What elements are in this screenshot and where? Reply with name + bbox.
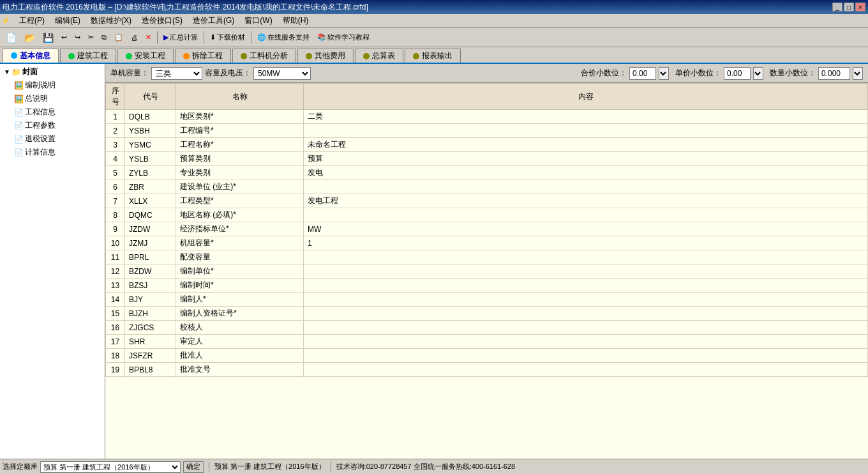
tab-basic-info[interactable]: 基本信息 xyxy=(3,49,59,63)
table-row[interactable]: 14BJY编制人* xyxy=(106,293,868,307)
table-row[interactable]: 5ZYLB专业类别发电 xyxy=(106,166,868,180)
tab-other-fees[interactable]: 其他费用 xyxy=(297,49,354,63)
cell-seq-9: 10 xyxy=(106,236,125,250)
undo-button[interactable]: ↩ xyxy=(58,30,70,45)
cell-content-14[interactable] xyxy=(304,307,868,321)
redo-button[interactable]: ↪ xyxy=(71,30,84,45)
print-button[interactable]: 🖨 xyxy=(128,30,141,45)
tab-demolish[interactable]: 拆除工程 xyxy=(175,49,231,63)
table-row[interactable]: 19BPBL8批准文号 xyxy=(106,363,868,377)
table-row[interactable]: 8DQMC地区名称 (必填)* xyxy=(106,208,868,222)
sidebar-item-gongchengxinxi[interactable]: 📄 工程信息 xyxy=(1,105,103,119)
table-row[interactable]: 1DQLB地区类别*二类 xyxy=(106,110,868,124)
cell-code-13: BJY xyxy=(125,293,176,307)
cell-content-11[interactable] xyxy=(304,264,868,279)
sidebar-item-jisuanxinxi[interactable]: 📄 计算信息 xyxy=(1,146,103,159)
cell-seq-5: 6 xyxy=(106,180,125,194)
tab-install[interactable]: 安装工程 xyxy=(117,49,174,63)
cell-content-15[interactable] xyxy=(304,321,868,335)
table-row[interactable]: 9JZDW经济指标单位*MW xyxy=(106,222,868,236)
menu-cost-tool[interactable]: 造价工具(G) xyxy=(188,14,239,27)
table-row[interactable]: 7XLLX工程类型*发电工程 xyxy=(106,194,868,208)
minimize-button[interactable]: _ xyxy=(832,3,842,11)
menu-data-maintain[interactable]: 数据维护(X) xyxy=(86,14,137,27)
cell-content-16[interactable] xyxy=(304,335,868,349)
tab-icon-building xyxy=(68,53,75,59)
tab-labor-analysis[interactable]: 工料机分析 xyxy=(232,49,296,63)
cell-content-2[interactable]: 未命名工程 xyxy=(304,138,868,152)
total-decimal-arrow[interactable]: ▾ xyxy=(659,67,669,80)
status-confirm-button[interactable]: 确定 xyxy=(183,461,204,473)
tab-building[interactable]: 建筑工程 xyxy=(60,49,116,63)
delete-button[interactable]: ✕ xyxy=(142,30,154,45)
decimal-settings: 合价小数位： 0.00 ▾ 单价小数位： 0.00 ▾ 数量小数位： 0.000… xyxy=(581,67,863,80)
online-support-button[interactable]: 🌐 在线服务支持 xyxy=(254,30,313,45)
cell-content-17[interactable] xyxy=(304,349,868,363)
cell-content-9[interactable]: 1 xyxy=(304,236,868,250)
paste-button[interactable]: 📋 xyxy=(111,30,126,45)
cell-seq-15: 16 xyxy=(106,321,125,335)
table-row[interactable]: 16ZJGCS校核人 xyxy=(106,321,868,335)
table-row[interactable]: 12BZDW编制单位* xyxy=(106,264,868,279)
new-button[interactable]: 📄 xyxy=(3,30,20,45)
unit-decimal-input[interactable]: 0.00 xyxy=(724,67,751,80)
cell-content-10[interactable] xyxy=(304,250,868,264)
copy-button[interactable]: ⧉ xyxy=(98,30,110,45)
table-row[interactable]: 13BZSJ编制时间* xyxy=(106,279,868,293)
cell-content-8[interactable]: MW xyxy=(304,222,868,236)
table-row[interactable]: 15BJZH编制人资格证号* xyxy=(106,307,868,321)
menu-help[interactable]: 帮助(H) xyxy=(278,14,314,27)
unit-decimal-arrow[interactable]: ▾ xyxy=(753,67,763,80)
sidebar-item-gongchengcanshu[interactable]: 📄 工程参数 xyxy=(1,119,103,132)
tab-total-table[interactable]: 总算表 xyxy=(355,49,403,63)
sidebar-item-tuishuishezhi[interactable]: 📄 退税设置 xyxy=(1,132,103,146)
capacity-select[interactable]: 三类 一类 二类 四类 xyxy=(151,67,202,80)
table-row[interactable]: 6ZBR建设单位 (业主)* xyxy=(106,180,868,194)
table-row[interactable]: 17SHR审定人 xyxy=(106,335,868,349)
maximize-button[interactable]: □ xyxy=(844,3,854,11)
tab-report-output[interactable]: 报表输出 xyxy=(405,49,461,63)
statusbar: 选择定额库 预算 第一册 建筑工程（2016年版） 确定 预算 第一册 建筑工程… xyxy=(0,459,868,474)
summary-calc-button[interactable]: ▶ 汇总计算 xyxy=(160,30,201,45)
table-row[interactable]: 4YSLB预算类别预算 xyxy=(106,152,868,166)
total-decimal-input[interactable]: 0.00 xyxy=(629,67,656,80)
cell-content-1[interactable] xyxy=(304,124,868,138)
cell-code-4: ZYLB xyxy=(125,166,176,180)
cell-content-6[interactable]: 发电工程 xyxy=(304,194,868,208)
window-controls[interactable]: _ □ × xyxy=(832,3,865,11)
close-button[interactable]: × xyxy=(855,3,865,11)
cell-content-13[interactable] xyxy=(304,293,868,307)
sidebar-item-zongshuoming[interactable]: 🖼️ 总说明 xyxy=(1,92,103,105)
qty-decimal-label: 数量小数位： xyxy=(770,68,816,79)
save-button[interactable]: 💾 xyxy=(40,30,57,45)
cut-button[interactable]: ✂ xyxy=(85,30,97,45)
qty-decimal-input[interactable]: 0.000 xyxy=(818,67,850,80)
voltage-select[interactable]: 50MW 100MW 200MW xyxy=(253,67,311,80)
table-row[interactable]: 18JSFZR批准人 xyxy=(106,349,868,363)
table-row[interactable]: 10JZMJ机组容量*1 xyxy=(106,236,868,250)
learn-software-button[interactable]: 📚 软件学习教程 xyxy=(314,30,373,45)
cell-content-18[interactable] xyxy=(304,363,868,377)
cell-content-3[interactable]: 预算 xyxy=(304,152,868,166)
menu-project[interactable]: 工程(P) xyxy=(14,14,50,27)
qty-decimal-arrow[interactable]: ▾ xyxy=(853,67,863,80)
menu-edit[interactable]: 编辑(E) xyxy=(50,14,86,27)
table-row[interactable]: 11BPRL配变容量 xyxy=(106,250,868,264)
table-row[interactable]: 2YSBH工程编号* xyxy=(106,124,868,138)
sidebar-item-bianzhishuoming[interactable]: 🖼️ 编制说明 xyxy=(1,79,103,92)
cell-content-7[interactable] xyxy=(304,208,868,222)
open-button[interactable]: 📂 xyxy=(21,30,38,45)
tree-root-cover[interactable]: ▼ 📁 封面 xyxy=(1,65,103,79)
cell-content-0[interactable]: 二类 xyxy=(304,110,868,124)
tab-basic-label: 基本信息 xyxy=(20,50,50,61)
cell-content-5[interactable] xyxy=(304,180,868,194)
cell-content-12[interactable] xyxy=(304,279,868,293)
table-row[interactable]: 3YSMC工程名称*未命名工程 xyxy=(106,138,868,152)
menu-window[interactable]: 窗口(W) xyxy=(239,14,277,27)
status-selector-label: 选择定额库 xyxy=(3,462,38,471)
menu-cost-interface[interactable]: 造价接口(S) xyxy=(137,14,188,27)
cell-code-15: ZJGCS xyxy=(125,321,176,335)
download-price-button[interactable]: ⬇ 下载价材 xyxy=(207,30,248,45)
cell-content-4[interactable]: 发电 xyxy=(304,166,868,180)
status-quota-select[interactable]: 预算 第一册 建筑工程（2016年版） xyxy=(40,461,181,473)
